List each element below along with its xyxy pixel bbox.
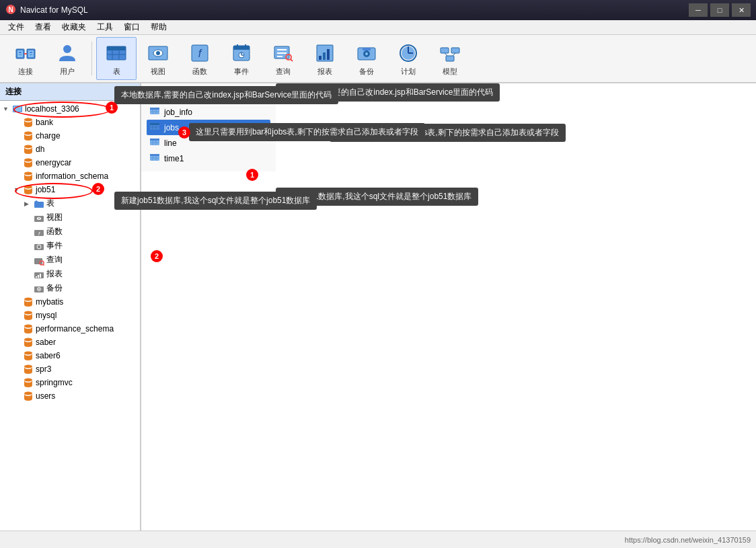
maximize-button[interactable]: □ [710,3,729,17]
db-bank[interactable]: bank [0,116,140,129]
func-button[interactable]: f 函数 [180,37,220,80]
table-jobs-label: jobs [164,123,179,132]
table-button[interactable]: 表 [96,37,137,80]
db-icon [23,391,34,401]
annotation-3-text: 这里只需要用到bar和jobs表,剩下的按需求自己添加表或者字段 [336,128,559,137]
backup-icon [354,41,379,65]
svg-point-11 [63,45,71,53]
db-mysql[interactable]: mysql [0,309,140,322]
connect-button[interactable]: 连接 [5,37,46,80]
db-spr3-label: spr3 [36,364,51,374]
folder-query[interactable]: 查询 [0,253,140,267]
db-performance-schema[interactable]: performance_schema [0,322,140,336]
event-button[interactable]: 事件 [221,37,262,80]
app-title: Navicat for MySQL [20,5,689,15]
close-button[interactable]: ✕ [732,3,751,17]
folder-view-icon [34,212,44,223]
grid-icon[interactable]: ⊞ [127,87,135,97]
menu-help[interactable]: 帮助 [145,20,172,34]
svg-rect-3 [17,50,23,57]
menu-favorites[interactable]: 收藏夹 [56,20,91,34]
db-dh[interactable]: dh [0,143,140,156]
conn-header-left: 连接 [5,86,22,97]
plan-button[interactable]: 计划 [388,37,428,80]
user-label: 用户 [60,67,75,77]
svg-text:N: N [8,6,13,13]
table-time1-label: time1 [164,154,184,163]
annotation-1-text: 本地数据库,需要的自己改index.jsp和BarService里面的代码 [282,87,493,97]
db-icon [23,144,34,155]
table-line[interactable]: line [147,135,270,151]
db-job51-label: job51 [36,185,55,194]
folder-report[interactable]: 报表 [0,267,140,281]
user-button[interactable]: 用户 [47,37,87,80]
table-time1[interactable]: time1 [147,151,270,166]
minimize-button[interactable]: ─ [689,3,708,17]
table-item-icon [149,90,160,103]
table-bar[interactable]: bar [147,89,270,104]
view-button[interactable]: 视图 [138,37,178,80]
plan-icon [396,41,420,65]
svg-point-81 [24,338,32,342]
svg-rect-73 [38,275,39,278]
toolbar-sep-1 [91,42,92,75]
db-saber[interactable]: saber [0,336,140,349]
backup-button[interactable]: 备份 [346,37,387,80]
status-url: https://blog.csdn.net/weixin_41370159 [625,536,751,544]
db-charge[interactable]: charge [0,129,140,143]
folder-table[interactable]: ▶ 表 [0,196,140,210]
folder-backup-label: 备份 [46,282,63,294]
table-jobs[interactable]: jobs [147,120,270,135]
db-icon [23,377,34,388]
db-icon [23,171,34,182]
svg-rect-38 [327,49,330,60]
svg-rect-87 [150,92,159,94]
query-button[interactable]: 查询 [263,37,303,80]
svg-point-56 [24,145,32,149]
table-job-info[interactable]: job_info [147,104,270,120]
menu-view[interactable]: 查看 [30,20,56,34]
menu-window[interactable]: 窗口 [118,20,145,34]
db-users-label: users [36,391,55,401]
db-springmvc[interactable]: springmvc [0,376,140,389]
svg-rect-8 [30,52,32,53]
annotation-1: 本地数据库,需要的自己改index.jsp和BarService里面的代码 [276,83,500,102]
report-button[interactable]: 报表 [305,37,345,80]
badge-3: 3 [292,125,304,137]
svg-point-59 [24,186,32,189]
badge-2-num: 2 [155,252,159,260]
svg-point-83 [24,365,32,368]
folder-func[interactable]: f 函数 [0,225,140,239]
folder-event[interactable]: 事件 [0,239,140,253]
db-icon [23,337,34,348]
db-mybatis[interactable]: mybatis [0,295,140,309]
menu-file[interactable]: 文件 [3,20,30,34]
menu-tools[interactable]: 工具 [91,20,118,34]
connection-header: 连接 🔍 ⊞ [0,83,140,101]
connection-tree: ▼ localhost_3306 [0,101,140,531]
folder-view[interactable]: 视图 [0,210,140,225]
db-performance-schema-label: performance_schema [36,324,114,334]
folder-backup[interactable]: 备份 [0,281,140,295]
folder-view-label: 视图 [46,212,63,223]
search-icon[interactable]: 🔍 [114,87,124,97]
db-information-schema[interactable]: information_schema [0,169,140,183]
table-item-icon [149,121,160,134]
db-information-schema-label: information_schema [36,171,108,181]
svg-point-80 [24,325,32,328]
db-users[interactable]: users [0,389,140,403]
model-button[interactable]: 模型 [430,37,470,80]
server-node[interactable]: ▼ localhost_3306 [0,102,140,116]
svg-rect-102 [150,139,159,141]
db-saber6[interactable]: saber6 [0,349,140,362]
svg-rect-9 [30,54,32,55]
svg-point-85 [24,392,32,395]
badge-3-num: 3 [296,127,300,135]
table-label: 表 [113,67,120,77]
db-job51[interactable]: ▼ job51 [0,183,140,196]
svg-rect-23 [233,46,250,50]
db-icon [23,117,34,128]
db-spr3[interactable]: spr3 [0,362,140,376]
db-energycar[interactable]: energycar [0,156,140,169]
title-bar: N Navicat for MySQL ─ □ ✕ [0,0,756,20]
